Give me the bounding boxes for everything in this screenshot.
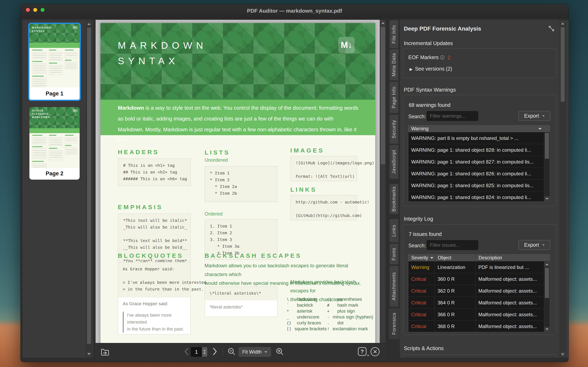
tab-meta-data[interactable]: Meta Data [389, 49, 398, 81]
tab-security[interactable]: Security [389, 114, 398, 144]
tab-label: Page Info [391, 86, 397, 108]
sort-desc-icon[interactable] [430, 257, 433, 260]
page-spinner[interactable] [202, 347, 207, 357]
tab-page-info[interactable]: Page Info [389, 82, 398, 113]
scroll-down-icon[interactable] [544, 327, 550, 332]
warnings-table-header[interactable]: Warning [408, 125, 550, 132]
warnings-search-input[interactable] [427, 111, 478, 121]
toolbar-divider [222, 348, 223, 356]
warning-column-header[interactable]: Warning [408, 125, 550, 132]
char-symbol: \ [287, 297, 294, 301]
description-column-header[interactable]: Description [476, 254, 550, 261]
issue-row[interactable]: Critical366 0 RMalformed object: assets.… [408, 309, 544, 320]
scrollbar-thumb[interactable] [87, 27, 91, 344]
tab-file-info[interactable]: File Info [389, 20, 398, 49]
scroll-down-icon[interactable] [86, 351, 92, 357]
issue-row[interactable]: Critical368 0 RMalformed object: assets.… [408, 320, 544, 332]
pdf-document-title: MARKDOWN SYNTAX [118, 38, 207, 69]
char-name: exclamation mark [333, 326, 368, 332]
tab-forensics[interactable]: Forensics [389, 308, 399, 340]
mini-text-box [49, 52, 62, 60]
pdf-syntax-warnings-heading: PDF Syntax Warnings [404, 87, 456, 93]
previous-page-button[interactable] [184, 347, 189, 356]
help-button[interactable]: ? [358, 347, 366, 356]
markdown-logo-icon [73, 109, 78, 112]
issue-row[interactable]: Critical362 0 RMalformed object: assets.… [408, 285, 544, 297]
object-cell: Linearization [435, 261, 476, 273]
scrollbar-thumb[interactable] [545, 267, 549, 298]
panel-scrollbar[interactable] [560, 20, 566, 358]
zoom-out-button[interactable] [227, 347, 236, 356]
scroll-down-icon[interactable] [544, 196, 550, 201]
issue-row[interactable]: WarningLinearizationPDF is linearized bu… [408, 261, 544, 273]
disclosure-triangle-icon [410, 67, 413, 72]
export-page-button[interactable] [100, 347, 110, 356]
object-column-header[interactable]: Object [435, 254, 476, 261]
issues-search-input[interactable] [427, 240, 478, 250]
scrollbar-thumb[interactable] [380, 27, 385, 165]
tab-attachments[interactable]: Attachments [389, 266, 398, 307]
mini-text-box [65, 147, 77, 154]
mini-heading-bar [65, 60, 71, 61]
char-symbol: * [287, 309, 294, 313]
issues-export-button[interactable]: Export [518, 240, 550, 250]
expand-panel-icon[interactable] [548, 25, 555, 32]
char-name: square brackets [295, 326, 327, 332]
warnings-export-button[interactable]: Export [518, 111, 550, 121]
tab-bookmarks[interactable]: Bookmarks [389, 184, 398, 214]
page-1-thumbnail[interactable]: MARKDOWN SYNTAX Page 1 [28, 23, 81, 101]
sidebar-scrollbar[interactable] [86, 21, 92, 357]
tab-javascript[interactable]: JavaScript [389, 145, 398, 179]
see-versions-disclosure[interactable]: See versions (2) [410, 66, 452, 72]
close-document-button[interactable]: ✕ [371, 347, 380, 356]
severity-column-header[interactable]: Severity [408, 254, 435, 261]
char-symbol: () [327, 297, 334, 301]
tab-links[interactable]: Links [389, 219, 398, 242]
mini-text-box [65, 137, 77, 143]
scroll-up-icon[interactable] [544, 261, 550, 267]
escape-char-row: .dot [327, 320, 362, 326]
info-icon[interactable] [440, 55, 445, 60]
warning-row[interactable]: WARNING: page 1: shared object 827: in c… [408, 156, 544, 168]
scroll-up-icon[interactable] [380, 20, 386, 25]
escape-char-row: !exclamation mark [327, 326, 362, 332]
mini-heading-bar [65, 135, 73, 136]
sort-desc-icon[interactable] [538, 128, 542, 131]
section-title-images: IMAGES [290, 147, 324, 154]
mini-text-box [49, 137, 62, 146]
warning-row[interactable]: WARNING: part 8 is empty but nshared_tot… [408, 132, 544, 144]
zoom-in-button[interactable] [276, 347, 284, 356]
next-page-button[interactable] [212, 347, 217, 356]
page-number-input[interactable] [191, 347, 202, 357]
page-2-label: Page 2 [29, 168, 80, 180]
pdf-scrollbar[interactable] [380, 20, 386, 343]
scroll-down-icon[interactable] [560, 351, 565, 357]
description-cell: PDF is linearized but ... [476, 261, 544, 273]
mini-heading-bar [49, 50, 56, 50]
blockquote-intro: As Grace Hopper said: [123, 301, 186, 307]
tab-fonts[interactable]: Fonts [389, 243, 398, 265]
section-title-blockquotes: BLOCKQUOTES [118, 252, 183, 259]
page-2-thumbnail[interactable]: GITHUB FLAVORED MARKDOWN Page 2 [29, 107, 80, 180]
tab-label: File Info [391, 25, 397, 44]
mini-title-line: MARKDOWN [32, 26, 52, 29]
warning-row[interactable]: WARNING: page 1: shared object 826: in c… [408, 168, 544, 180]
warning-row[interactable]: WARNING: page 1: shared object 825: in c… [408, 180, 544, 192]
headers-code-box: # This is an <h1> tag ## This is an <h2>… [118, 158, 191, 186]
scroll-up-icon[interactable] [86, 21, 92, 26]
warnings-scrollbar[interactable] [544, 132, 550, 201]
mini-heading-bar [32, 135, 43, 136]
zoom-mode-select[interactable]: Fit Width [239, 347, 271, 357]
mini-text-box [65, 62, 77, 69]
integrity-table: Severity Object Description WarningLinea… [408, 254, 550, 332]
integrity-table-header[interactable]: Severity Object Description [408, 254, 550, 261]
issue-row[interactable]: Critical364 0 RMalformed object: assets.… [408, 297, 544, 309]
char-name: underscore [297, 314, 319, 320]
issue-row[interactable]: Critical360 0 RMalformed object: assets.… [408, 273, 544, 285]
integrity-scrollbar[interactable] [544, 261, 550, 332]
warning-row[interactable]: WARNING: page 1: shared object 824: in c… [408, 192, 544, 202]
warning-row[interactable]: WARNING: page 1: shared object 828: in c… [408, 144, 544, 156]
scroll-up-icon[interactable] [560, 20, 565, 26]
scrollbar-thumb[interactable] [545, 133, 549, 159]
scrollbar-thumb[interactable] [561, 27, 565, 102]
